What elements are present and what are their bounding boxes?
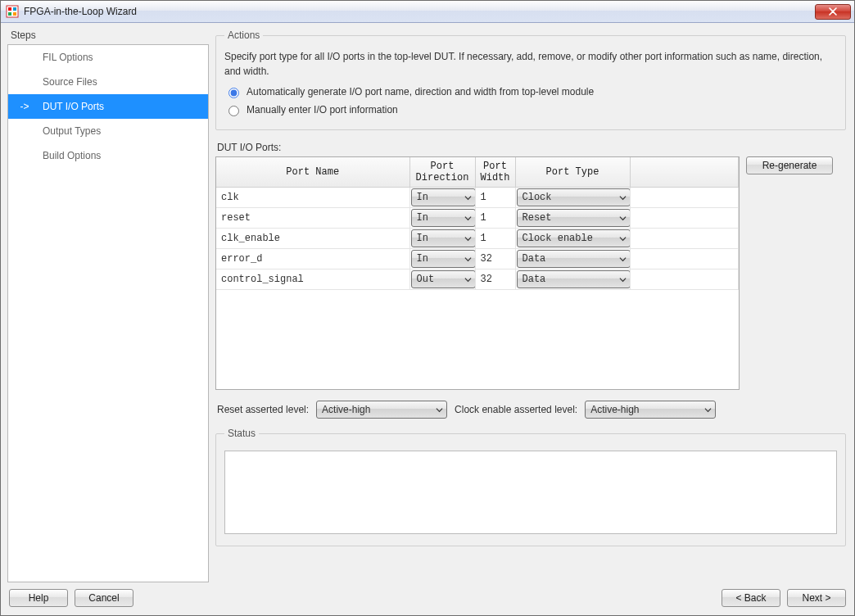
chevron-down-icon: [464, 256, 472, 263]
port-name-cell[interactable]: clk: [216, 188, 409, 208]
port-name-cell[interactable]: control_signal: [216, 270, 409, 290]
port-direction-select[interactable]: Out: [411, 270, 476, 288]
radio-manual-entry-input[interactable]: [228, 106, 239, 116]
reset-asserted-label: Reset asserted level:: [217, 404, 309, 415]
port-type-cell: Data: [515, 270, 630, 290]
chevron-down-icon: [619, 235, 627, 242]
port-type-select[interactable]: Reset: [517, 209, 631, 227]
port-type-select[interactable]: Clock: [517, 188, 631, 206]
bottom-options: Reset asserted level: Active-high Clock …: [217, 400, 846, 419]
col-port-name[interactable]: Port Name: [216, 157, 409, 188]
app-icon: [6, 5, 19, 18]
reset-asserted-value: Active-high: [322, 404, 370, 415]
step-label: Build Options: [43, 150, 101, 161]
clock-enable-asserted-select[interactable]: Active-high: [585, 401, 716, 419]
step-source-files[interactable]: Source Files: [8, 70, 208, 94]
step-label: Output Types: [43, 125, 101, 137]
steps-label: Steps: [7, 28, 215, 44]
port-type-cell: Clock enable: [515, 229, 630, 249]
step-fil-options[interactable]: FIL Options: [8, 45, 208, 70]
clock-enable-asserted-value: Active-high: [590, 404, 639, 415]
col-port-width[interactable]: Port Width: [475, 157, 515, 188]
port-direction-select[interactable]: In: [411, 229, 476, 247]
radio-manual-entry[interactable]: Manually enter I/O port information: [224, 103, 837, 116]
next-button[interactable]: Next >: [787, 589, 846, 607]
close-icon: [829, 7, 837, 16]
step-build-options[interactable]: Build Options: [8, 143, 208, 168]
chevron-down-icon: [619, 256, 627, 263]
port-name-cell[interactable]: clk_enable: [216, 229, 409, 249]
port-name-cell[interactable]: reset: [216, 208, 409, 229]
table-row: clkIn1Clock: [216, 188, 739, 208]
step-label: DUT I/O Ports: [43, 101, 104, 112]
chevron-down-icon: [464, 235, 472, 242]
port-width-cell[interactable]: 1: [475, 229, 515, 249]
actions-group: Actions Specify port type for all I/O po…: [215, 29, 846, 130]
step-label: FIL Options: [43, 52, 93, 63]
row-spacer: [630, 249, 739, 270]
table-row: control_signalOut32Data: [216, 270, 739, 290]
reset-asserted-select[interactable]: Active-high: [316, 401, 447, 419]
actions-description: Specify port type for all I/O ports in t…: [224, 49, 837, 79]
step-dut-io-ports[interactable]: -> DUT I/O Ports: [8, 94, 208, 119]
col-port-direction[interactable]: Port Direction: [409, 157, 475, 188]
port-type-select[interactable]: Data: [517, 270, 631, 288]
port-width-cell[interactable]: 1: [475, 208, 515, 229]
chevron-down-icon: [436, 406, 443, 414]
port-width-cell[interactable]: 32: [475, 270, 515, 290]
port-width-cell[interactable]: 1: [475, 188, 515, 208]
row-spacer: [630, 270, 739, 290]
radio-auto-generate-input[interactable]: [228, 88, 239, 98]
clock-enable-asserted-label: Clock enable asserted level:: [455, 404, 577, 415]
close-button[interactable]: [815, 4, 851, 20]
svg-rect-2: [13, 7, 16, 11]
active-step-marker: ->: [18, 101, 31, 112]
col-port-type[interactable]: Port Type: [515, 157, 630, 188]
radio-manual-label: Manually enter I/O port information: [247, 104, 398, 116]
port-direction-select[interactable]: In: [411, 250, 476, 268]
chevron-down-icon: [619, 215, 627, 222]
svg-rect-3: [8, 12, 11, 16]
table-row: clk_enableIn1Clock enable: [216, 229, 739, 249]
port-direction-cell: In: [409, 208, 475, 229]
wizard-window: FPGA-in-the-Loop Wizard Steps FIL Option…: [0, 0, 855, 616]
chevron-down-icon: [619, 276, 627, 283]
ports-section-label: DUT I/O Ports:: [217, 142, 846, 153]
cancel-button[interactable]: Cancel: [75, 589, 133, 607]
table-row: error_dIn32Data: [216, 249, 739, 270]
footer: Help Cancel < Back Next >: [1, 582, 854, 615]
step-output-types[interactable]: Output Types: [8, 119, 208, 143]
port-name-cell[interactable]: error_d: [216, 249, 409, 270]
radio-auto-label: Automatically generate I/O port name, di…: [247, 86, 594, 97]
chevron-down-icon: [464, 194, 472, 202]
port-width-cell[interactable]: 32: [475, 249, 515, 270]
ports-table: Port Name Port Direction Port Width Port…: [215, 156, 740, 390]
chevron-down-icon: [704, 406, 712, 414]
right-panel: Actions Specify port type for all I/O po…: [215, 23, 854, 582]
svg-rect-4: [13, 12, 16, 16]
col-spacer: [630, 157, 739, 188]
row-spacer: [630, 208, 739, 229]
table-row: resetIn1Reset: [216, 208, 739, 229]
radio-auto-generate[interactable]: Automatically generate I/O port name, di…: [224, 85, 837, 98]
row-spacer: [630, 229, 739, 249]
back-button[interactable]: < Back: [722, 589, 780, 607]
port-type-cell: Reset: [515, 208, 630, 229]
chevron-down-icon: [464, 276, 472, 283]
chevron-down-icon: [619, 194, 627, 202]
port-type-select[interactable]: Clock enable: [517, 229, 631, 247]
status-text-area[interactable]: [224, 451, 837, 534]
table-header-row: Port Name Port Direction Port Width Port…: [216, 157, 739, 188]
port-direction-select[interactable]: In: [411, 209, 476, 227]
port-type-cell: Data: [515, 249, 630, 270]
port-direction-cell: Out: [409, 270, 475, 290]
window-title: FPGA-in-the-Loop Wizard: [24, 6, 137, 17]
regenerate-button[interactable]: Re-generate: [746, 156, 833, 174]
port-type-select[interactable]: Data: [517, 250, 631, 268]
port-type-cell: Clock: [515, 188, 630, 208]
steps-panel: Steps FIL Options Source Files -> DUT I/…: [1, 23, 215, 582]
port-direction-select[interactable]: In: [411, 188, 476, 206]
titlebar: FPGA-in-the-Loop Wizard: [1, 1, 854, 23]
help-button[interactable]: Help: [9, 589, 68, 607]
status-group: Status: [215, 428, 846, 546]
